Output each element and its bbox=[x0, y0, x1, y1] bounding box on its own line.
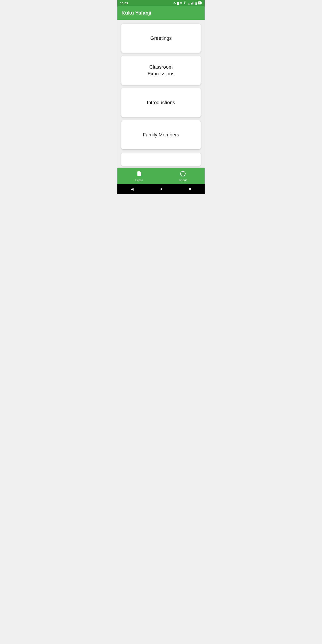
menu-item-family-members-label: Family Members bbox=[138, 126, 184, 144]
about-icon bbox=[180, 171, 186, 178]
app-bar: Kuku Yalanji bbox=[118, 6, 204, 20]
status-bar: 10:09 bbox=[118, 0, 204, 6]
svg-rect-1 bbox=[192, 2, 192, 4]
menu-item-greetings-label: Greetings bbox=[146, 30, 176, 47]
status-time: 10:09 bbox=[120, 2, 128, 5]
battery-icon bbox=[195, 1, 202, 5]
sys-nav-bar bbox=[118, 184, 204, 194]
gear-icon bbox=[173, 2, 176, 5]
svg-point-11 bbox=[182, 172, 183, 173]
menu-item-classroom-expressions[interactable]: ClassroomExpressions bbox=[122, 56, 200, 85]
home-button[interactable] bbox=[156, 186, 166, 192]
learn-icon bbox=[136, 171, 142, 178]
nav-item-about-label: About bbox=[179, 178, 187, 182]
nav-item-learn-label: Learn bbox=[135, 178, 143, 182]
signal-icon bbox=[188, 1, 194, 5]
svg-rect-2 bbox=[193, 2, 194, 4]
main-content: Greetings ClassroomExpressions Introduct… bbox=[118, 20, 204, 168]
menu-item-classroom-expressions-label: ClassroomExpressions bbox=[143, 58, 179, 82]
menu-item-introductions-label: Introductions bbox=[142, 94, 180, 111]
nav-item-learn[interactable]: Learn bbox=[118, 168, 161, 184]
svg-rect-3 bbox=[194, 1, 194, 4]
svg-rect-6 bbox=[202, 2, 202, 4]
status-icons bbox=[173, 1, 202, 6]
menu-item-introductions[interactable]: Introductions bbox=[122, 88, 200, 117]
menu-item-partial[interactable] bbox=[122, 152, 200, 166]
recents-button[interactable] bbox=[185, 186, 196, 192]
sim-icon bbox=[177, 2, 179, 5]
app-title: Kuku Yalanji bbox=[122, 10, 152, 16]
svg-rect-0 bbox=[191, 3, 192, 4]
nav-item-about[interactable]: About bbox=[161, 168, 204, 184]
back-button[interactable] bbox=[127, 186, 138, 192]
menu-item-greetings[interactable]: Greetings bbox=[122, 24, 200, 53]
menu-item-partial-label bbox=[156, 154, 166, 164]
menu-item-family-members[interactable]: Family Members bbox=[122, 120, 200, 149]
wifi-icon bbox=[180, 1, 186, 6]
bottom-nav: Learn About bbox=[118, 168, 204, 184]
